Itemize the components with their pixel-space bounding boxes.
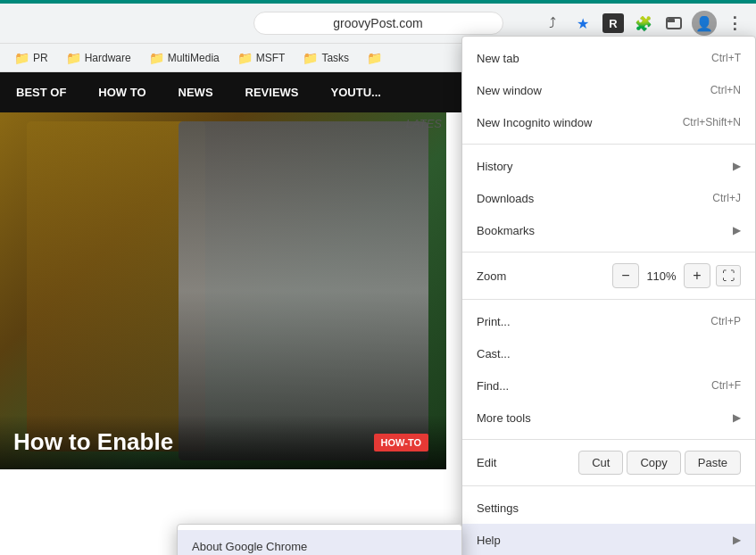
nav-best-of[interactable]: BEST OF — [0, 72, 82, 112]
zoom-value: 110% — [639, 269, 684, 283]
print-label: Print... — [477, 315, 710, 328]
folder-icon: 📁 — [303, 51, 318, 65]
menu-settings[interactable]: Settings — [462, 492, 755, 524]
downloads-shortcut: Ctrl+J — [712, 192, 741, 204]
nav-news[interactable]: NEWS — [162, 72, 229, 112]
folder-icon: 📁 — [14, 51, 29, 65]
find-shortcut: Ctrl+F — [711, 379, 741, 392]
incognito-shortcut: Ctrl+Shift+N — [683, 116, 741, 128]
bookmark-hardware[interactable]: 📁 Hardware — [59, 48, 138, 68]
more-tools-arrow — [733, 411, 741, 424]
folder-icon: 📁 — [149, 51, 164, 65]
bookmark-label: Tasks — [321, 52, 349, 64]
settings-label: Settings — [477, 501, 741, 515]
article-title: How to Enable — [13, 428, 433, 456]
incognito-label: New Incognito window — [477, 116, 683, 129]
share-icon[interactable]: ⤴ — [540, 11, 565, 36]
address-bar[interactable]: groovyPost.com — [253, 12, 503, 35]
cut-button[interactable]: Cut — [578, 451, 623, 475]
bookmark-pr[interactable]: 📁 PR — [7, 48, 55, 68]
more-tools-label: More tools — [477, 411, 733, 425]
bookmark-label: MSFT — [256, 52, 286, 64]
menu-section-new: New tab Ctrl+T New window Ctrl+N New Inc… — [462, 37, 755, 145]
nav-reviews[interactable]: REVIEWS — [229, 72, 315, 112]
history-label: History — [477, 160, 733, 173]
about-chrome-label: About Google Chrome — [192, 540, 447, 553]
new-tab-shortcut: Ctrl+T — [711, 52, 741, 64]
bookmark-extra[interactable]: 📁 — [360, 48, 389, 68]
folder-icon: 📁 — [237, 51, 253, 65]
zoom-plus-button[interactable]: + — [684, 263, 710, 288]
copy-button[interactable]: Copy — [627, 451, 680, 475]
hero-image: LATES How to Enable HOW-TO — [0, 112, 446, 469]
chrome-menu: New tab Ctrl+T New window Ctrl+N New Inc… — [461, 36, 756, 555]
howto-badge: HOW-TO — [374, 434, 428, 451]
paste-button[interactable]: Paste — [685, 451, 741, 475]
bookmark-label: Hardware — [85, 52, 131, 64]
readinglist-icon[interactable]: R — [601, 11, 626, 36]
print-shortcut: Ctrl+P — [710, 315, 741, 327]
menu-section-settings: Settings Help About Google Chrome What's… — [462, 486, 755, 555]
menu-section-tools: Print... Ctrl+P Cast... Find... Ctrl+F M… — [462, 300, 755, 440]
zoom-label: Zoom — [477, 269, 612, 283]
browser-icons: ⤴ ★ R 🧩 👤 ⋮ — [540, 11, 747, 36]
menu-section-edit: Edit Cut Copy Paste — [462, 440, 755, 486]
bookmark-label: MultiMedia — [168, 52, 220, 64]
r-extension-icon: R — [602, 13, 624, 33]
new-window-label: New window — [477, 84, 710, 97]
bookmark-label: PR — [33, 52, 48, 64]
star-icon[interactable]: ★ — [570, 11, 595, 36]
help-label: Help — [477, 534, 733, 547]
menu-help[interactable]: Help About Google Chrome What's New Help… — [462, 524, 755, 555]
menu-more-tools[interactable]: More tools — [462, 402, 755, 434]
edit-row: Edit Cut Copy Paste — [462, 445, 755, 480]
menu-print[interactable]: Print... Ctrl+P — [462, 305, 755, 337]
bookmark-msft[interactable]: 📁 MSFT — [230, 48, 293, 68]
help-about-chrome[interactable]: About Google Chrome — [178, 530, 461, 555]
menu-cast[interactable]: Cast... — [462, 337, 755, 369]
menu-section-history: History Downloads Ctrl+J Bookmarks — [462, 145, 755, 253]
menu-incognito[interactable]: New Incognito window Ctrl+Shift+N — [462, 106, 755, 138]
menu-downloads[interactable]: Downloads Ctrl+J — [462, 182, 755, 214]
find-label: Find... — [477, 379, 711, 393]
menu-history[interactable]: History — [462, 150, 755, 182]
bookmark-tasks[interactable]: 📁 Tasks — [295, 48, 356, 68]
menu-section-zoom: Zoom − 110% + ⛶ — [462, 253, 755, 300]
help-submenu-section: About Google Chrome What's New Help cent… — [178, 525, 461, 555]
tab-grid-icon[interactable] — [661, 11, 686, 36]
bookmarks-arrow — [733, 224, 741, 236]
folder-icon: 📁 — [66, 51, 81, 65]
cast-label: Cast... — [477, 347, 741, 360]
new-tab-label: New tab — [477, 52, 711, 65]
zoom-fullscreen-button[interactable]: ⛶ — [716, 265, 741, 286]
new-window-shortcut: Ctrl+N — [710, 84, 741, 96]
extensions-icon[interactable]: 🧩 — [631, 11, 656, 36]
help-arrow — [733, 534, 741, 546]
menu-find[interactable]: Find... Ctrl+F — [462, 369, 755, 402]
zoom-row: Zoom − 110% + ⛶ — [462, 258, 755, 294]
chrome-menu-icon[interactable]: ⋮ — [722, 11, 747, 36]
bookmark-multimedia[interactable]: 📁 MultiMedia — [142, 48, 227, 68]
zoom-minus-button[interactable]: − — [612, 263, 639, 288]
help-submenu: About Google Chrome What's New Help cent… — [177, 524, 462, 555]
edit-label: Edit — [477, 456, 575, 469]
nav-how-to[interactable]: HOW TO — [82, 72, 162, 112]
folder-icon: 📁 — [367, 51, 382, 65]
menu-bookmarks[interactable]: Bookmarks — [462, 214, 755, 246]
nav-youtube[interactable]: YOUTU... — [315, 72, 397, 112]
person-avatar: 👤 — [692, 11, 717, 36]
tab-grid-visual — [666, 17, 682, 29]
menu-new-window[interactable]: New window Ctrl+N — [462, 74, 755, 106]
downloads-label: Downloads — [477, 192, 712, 205]
history-arrow — [733, 160, 741, 172]
bookmarks-label: Bookmarks — [477, 224, 733, 237]
profile-icon[interactable]: 👤 — [692, 11, 717, 36]
menu-new-tab[interactable]: New tab Ctrl+T — [462, 42, 755, 74]
